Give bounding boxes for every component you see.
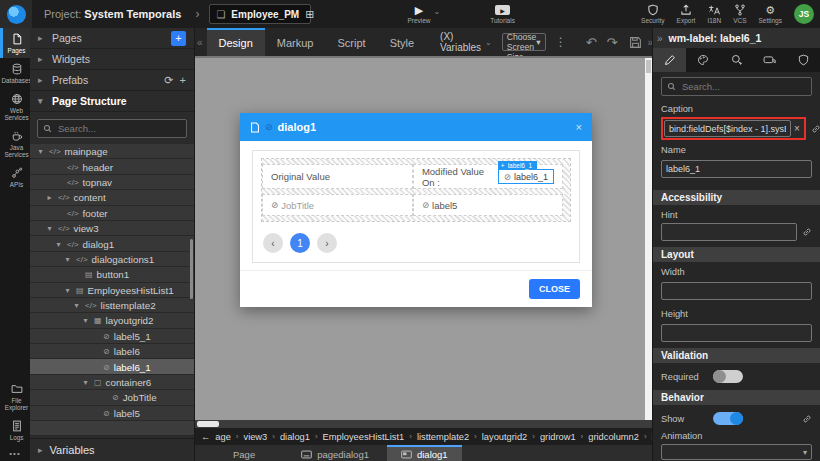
page-prev-button[interactable]: ‹ xyxy=(263,233,283,253)
tab-script[interactable]: Script xyxy=(326,28,378,56)
width-input[interactable] xyxy=(661,282,812,300)
tab-dialog1-active[interactable]: dialog1 xyxy=(387,445,462,461)
tree-item-mainpage[interactable]: ▾</>mainpage xyxy=(30,144,194,159)
tree-item-label6_1-selected[interactable]: ⊘label6_1 xyxy=(30,359,194,374)
explorer-scrollbar[interactable] xyxy=(190,239,193,299)
more-dots-icon[interactable]: ••• xyxy=(0,445,30,461)
page-tab-employee-pm[interactable]: ❏ Employee_PM ⊞ xyxy=(209,4,311,24)
tab-page[interactable]: Page xyxy=(219,445,269,461)
name-input[interactable] xyxy=(661,160,812,178)
tab-markup[interactable]: Markup xyxy=(265,28,326,56)
redo-button[interactable]: ↷ xyxy=(607,35,618,50)
tree-item-dialog1[interactable]: ▾</>dialog1 xyxy=(30,236,194,251)
export-button[interactable]: Export xyxy=(677,4,696,24)
settings-button[interactable]: ⚙ Settings xyxy=(759,4,783,24)
tab-design[interactable]: Design xyxy=(207,28,265,56)
page-number-current[interactable]: 1 xyxy=(290,233,310,253)
hint-input[interactable] xyxy=(661,223,797,241)
tree-item-label6[interactable]: ⊘label6 xyxy=(30,344,194,359)
save-button[interactable] xyxy=(629,36,642,49)
tab-style[interactable]: Style xyxy=(378,28,426,56)
variables-dropdown[interactable]: (X) Variables ⌄ xyxy=(440,31,492,53)
rail-item-pages[interactable]: Pages xyxy=(0,28,30,58)
cell-modified-value[interactable]: Modified Value On : +label6_1 ⊘ label6_1 xyxy=(413,164,563,189)
more-options-icon[interactable]: ⋮ xyxy=(555,35,567,49)
section-prefabs[interactable]: ▸ Prefabs ⟳ + xyxy=(30,70,194,91)
section-widgets[interactable]: ▸ Widgets xyxy=(30,49,194,70)
tree-item-content[interactable]: ▸</>content xyxy=(30,190,194,205)
close-button[interactable]: CLOSE xyxy=(529,279,580,299)
tree-item-view3[interactable]: ▾</>view3 xyxy=(30,221,194,236)
layout-grid-widget[interactable]: Original Value Modified Value On : +labe… xyxy=(261,158,571,222)
breadcrumb-item[interactable]: gridcolumn2 xyxy=(588,432,639,442)
rail-item-java-services[interactable]: Java Services xyxy=(0,125,30,162)
rail-item-logs[interactable]: Logs xyxy=(0,415,30,445)
canvas-vertical-scrollbar[interactable] xyxy=(645,58,652,420)
breadcrumb-back-icon[interactable]: ← xyxy=(201,432,210,442)
tree-item-footer[interactable]: </>footer xyxy=(30,206,194,221)
dialog1-widget[interactable]: ⊘ dialog1 × Original Value Modified Valu… xyxy=(240,113,592,307)
selected-widget-label6_1[interactable]: +label6_1 ⊘ label6_1 xyxy=(498,169,554,184)
i18n-button[interactable]: I18N xyxy=(707,4,721,24)
breadcrumb-item[interactable]: layoutgrid2 xyxy=(482,432,527,442)
vcs-button[interactable]: VCS xyxy=(733,4,746,24)
collapse-left-icon[interactable]: « xyxy=(195,37,207,48)
tree-item-employeeshistlist1[interactable]: ▾▤EmployeesHistList1 xyxy=(30,283,194,298)
tree-item-jobtitle[interactable]: ⊘JobTitle xyxy=(30,390,194,405)
grid-icon[interactable]: ⊞ xyxy=(305,8,314,21)
collapse-panel-icon[interactable]: » xyxy=(657,33,663,44)
tree-item-container6[interactable]: ▾▢container6 xyxy=(30,375,194,390)
tree-item-layoutgrid2[interactable]: ▾▦layoutgrid2 xyxy=(30,313,194,328)
cell-jobtitle[interactable]: ⊘JobTitle xyxy=(262,194,413,216)
close-icon[interactable]: × xyxy=(576,121,582,133)
cell-original-value[interactable]: Original Value xyxy=(262,164,413,189)
add-page-button[interactable]: + xyxy=(171,31,186,46)
tree-item-button1[interactable]: ▤button1 xyxy=(30,267,194,282)
selection-badge[interactable]: +label6_1 xyxy=(498,161,537,170)
rail-item-file-explorer[interactable]: File Explorer xyxy=(0,378,30,415)
tree-item-header[interactable]: </>header xyxy=(30,159,194,174)
structure-search-input[interactable] xyxy=(56,122,181,135)
tutorials-button[interactable]: ▶ Tutorials xyxy=(490,4,515,24)
animation-select[interactable]: ▾ xyxy=(661,444,812,460)
section-page-structure[interactable]: ▾ Page Structure xyxy=(30,91,194,112)
tree-item-listtemplate2[interactable]: ▾</>listtemplate2 xyxy=(30,298,194,313)
rail-item-web-services[interactable]: Web Services xyxy=(0,88,30,125)
properties-search-input[interactable] xyxy=(680,80,806,93)
breadcrumb-item[interactable]: dialog1 xyxy=(280,432,310,442)
tab-device[interactable] xyxy=(753,48,786,72)
section-pages[interactable]: ▸ Pages + xyxy=(30,28,194,49)
tree-item-label5_1[interactable]: ⊘label5_1 xyxy=(30,329,194,344)
security-button[interactable]: Security xyxy=(641,4,664,24)
breadcrumb-item[interactable]: EmployeesHistList1 xyxy=(323,432,405,442)
preview-button[interactable]: ▶ Preview xyxy=(407,4,430,24)
caption-input[interactable] xyxy=(664,120,791,137)
chevron-down-icon[interactable]: ⌄ xyxy=(434,7,441,16)
wavemaker-logo[interactable] xyxy=(0,0,32,28)
tab-properties[interactable] xyxy=(653,48,686,72)
rail-item-apis[interactable]: APIs xyxy=(0,162,30,192)
design-canvas[interactable]: ⊘ dialog1 × Original Value Modified Valu… xyxy=(195,56,652,420)
tree-item-topnav[interactable]: </>topnav xyxy=(30,175,194,190)
bind-link-icon[interactable] xyxy=(802,227,812,237)
dialog-header[interactable]: ⊘ dialog1 × xyxy=(240,113,592,141)
rail-item-databases[interactable]: Databases xyxy=(0,58,30,88)
breadcrumb-item[interactable]: view3 xyxy=(243,432,267,442)
tree-item-dialogactions1[interactable]: ▾</>dialogactions1 xyxy=(30,252,194,267)
bind-link-icon[interactable] xyxy=(802,414,812,424)
breadcrumb-item[interactable]: age xyxy=(215,432,231,442)
bind-link-icon[interactable] xyxy=(811,124,820,134)
cell-label5[interactable]: ⊘label5 xyxy=(413,194,563,216)
breadcrumb-item[interactable]: listtemplate2 xyxy=(417,432,469,442)
clear-binding-icon[interactable]: × xyxy=(791,123,803,134)
user-avatar[interactable]: JS xyxy=(794,4,814,24)
undo-button[interactable]: ↶ xyxy=(586,35,597,50)
canvas-horizontal-scrollbar[interactable] xyxy=(195,420,652,428)
section-variables[interactable]: ▸ Variables xyxy=(30,438,194,461)
add-prefab-button[interactable]: + xyxy=(180,74,186,86)
tree-item-label5[interactable]: ⊘label5 xyxy=(30,406,194,421)
page-next-button[interactable]: › xyxy=(317,233,337,253)
tab-styles[interactable] xyxy=(686,48,719,72)
tab-events[interactable] xyxy=(720,48,753,72)
refresh-icon[interactable]: ⟳ xyxy=(164,74,173,87)
